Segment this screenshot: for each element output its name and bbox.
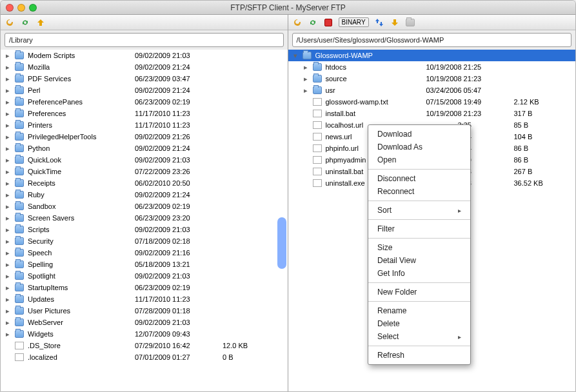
menu-item[interactable]: Disconnect [368,172,470,185]
disclosure-icon[interactable]: ▸ [303,63,309,72]
disclosure-icon[interactable]: ▸ [5,260,11,269]
disclosure-icon[interactable]: ▸ [5,202,11,211]
list-item[interactable]: ▸Widgets12/07/2009 09:43 [1,328,288,340]
disclosure-icon[interactable]: ▸ [5,318,11,327]
menu-item[interactable]: Delete [368,317,470,330]
disclosure-icon[interactable]: ▸ [5,133,11,141]
menu-item[interactable]: Sort [368,204,470,217]
folder-icon [15,202,24,210]
menu-item[interactable]: Size [368,241,470,254]
menu-item[interactable]: Refresh [368,349,470,362]
disclosure-icon[interactable]: ▸ [5,226,11,234]
list-item[interactable]: ▸Preferences11/17/2010 11:23 [1,108,288,119]
list-item[interactable]: ▸Printers11/17/2010 11:23 [1,119,288,131]
file-icon [313,179,322,187]
disclosure-icon[interactable]: ▸ [5,52,11,60]
disclosure-icon[interactable]: ▸ [5,86,11,95]
disclosure-icon[interactable]: ▸ [5,284,11,292]
disclosure-icon[interactable]: ▸ [5,156,11,164]
list-item[interactable]: ▸Spotlight09/02/2009 21:03 [1,270,288,282]
disclosure-icon[interactable]: ▸ [5,63,11,72]
menu-item[interactable]: Open [368,153,470,166]
list-item[interactable]: ▸Ruby09/02/2009 21:24 [1,189,288,201]
menu-separator [368,201,470,201]
menu-item[interactable]: Reconnect [368,185,470,198]
list-item[interactable]: ▸StartupItems06/23/2009 02:19 [1,282,288,293]
list-item[interactable]: ▸source10/19/2008 21:23 [288,73,576,84]
local-path-input[interactable]: /Library [5,33,284,47]
list-item[interactable]: ▸PreferencePanes06/23/2009 02:19 [1,96,288,108]
list-item[interactable]: ▸Modem Scripts09/02/2009 21:03 [1,50,288,61]
list-item[interactable]: ▸QuickTime07/22/2009 23:26 [1,166,288,177]
list-item[interactable]: ▸PDF Services06/23/2009 03:47 [1,73,288,84]
local-file-list[interactable]: ▸Modem Scripts09/02/2009 21:03▸Mozilla09… [1,50,288,391]
item-date: 07/15/2008 19:49 [426,98,510,106]
disclosure-icon[interactable]: ▸ [5,307,11,315]
remote-path-input[interactable]: /Users/user/Sites/glossword/Glossword-WA… [292,33,572,47]
list-item[interactable]: ▸WebServer09/02/2009 21:03 [1,317,288,328]
list-item[interactable]: ▸Updates11/17/2010 11:23 [1,293,288,305]
menu-item[interactable]: Download [368,128,470,141]
list-item[interactable]: ▸Scripts09/02/2009 21:03 [1,224,288,235]
list-item[interactable]: ▸htdocs10/19/2008 21:25 [288,61,576,73]
list-item[interactable]: ▸Python09/02/2009 21:24 [1,142,288,154]
sync-icon[interactable] [308,17,318,28]
list-item[interactable]: ▸Security07/18/2009 02:18 [1,235,288,247]
list-item[interactable]: .localized07/01/2009 01:270 B [1,351,288,363]
disclosure-icon[interactable]: ▸ [303,75,309,83]
zoom-icon[interactable] [29,4,37,12]
folder-icon[interactable] [405,17,415,28]
disclosure-icon[interactable]: ▸ [5,191,11,199]
list-item[interactable]: ▸Screen Savers06/23/2009 23:20 [1,212,288,224]
disclosure-icon[interactable]: ▸ [5,110,11,118]
disclosure-icon[interactable]: ▸ [303,86,309,95]
menu-item[interactable]: Download As [368,141,470,153]
list-item[interactable]: ▸User Pictures07/28/2009 01:18 [1,305,288,317]
close-icon[interactable] [6,4,14,12]
disclosure-icon[interactable]: ▸ [5,295,11,304]
list-item[interactable]: glossword-wamp.txt07/15/2008 19:492.12 K… [288,96,576,108]
list-item[interactable]: install.bat10/19/2008 21:23317 B [288,108,576,119]
sync-icon[interactable] [20,17,30,28]
disclosure-icon[interactable]: ▸ [5,168,11,176]
menu-item[interactable]: Rename [368,304,470,317]
disclosure-icon[interactable]: ▸ [5,179,11,188]
transfer-mode-badge[interactable]: BINARY [339,17,369,27]
download-icon[interactable] [390,17,400,28]
disclosure-icon[interactable]: ▸ [5,272,11,280]
item-name: Glossword-WAMP [315,52,412,59]
titlebar[interactable]: FTP/SFTP Client - MyServer FTP [1,1,575,15]
list-item[interactable]: ▸QuickLook09/02/2009 21:03 [1,154,288,166]
list-item[interactable]: ▸Mozilla09/02/2009 21:24 [1,61,288,73]
list-item[interactable]: ▸PrivilegedHelperTools09/02/2009 21:26 [1,131,288,142]
disclosure-icon[interactable]: ▸ [5,121,11,130]
updown-icon[interactable] [374,17,384,28]
disclosure-icon[interactable]: ▸ [5,249,11,257]
up-icon[interactable] [35,17,46,28]
menu-item[interactable]: New Folder [368,286,470,299]
scrollbar-thumb[interactable] [277,217,286,269]
disclosure-icon[interactable]: ▸ [5,75,11,83]
menu-item[interactable]: Select [368,330,470,343]
disclosure-icon[interactable]: ▸ [5,214,11,222]
list-item[interactable]: ▸Sandbox06/23/2009 02:19 [1,201,288,212]
stop-icon[interactable] [323,17,333,28]
menu-item[interactable]: Detail View [368,254,470,267]
refresh-icon[interactable] [292,17,303,28]
list-item[interactable]: ▸usr03/24/2006 05:47 [288,84,576,96]
list-item[interactable]: ▸Receipts06/02/2010 20:50 [1,177,288,189]
minimize-icon[interactable] [17,4,25,12]
disclosure-icon[interactable]: ▸ [5,237,11,246]
disclosure-icon[interactable]: ▾ [292,52,299,60]
list-item-root[interactable]: ▾Glossword-WAMP [288,50,576,61]
menu-item[interactable]: Get Info [368,267,470,280]
disclosure-icon[interactable]: ▸ [5,330,11,338]
list-item[interactable]: .DS_Store07/29/2010 16:4212.0 KB [1,340,288,351]
list-item[interactable]: ▸Spelling05/18/2009 13:21 [1,259,288,270]
menu-item[interactable]: Filter [368,222,470,235]
disclosure-icon[interactable]: ▸ [5,144,11,153]
list-item[interactable]: ▸Perl09/02/2009 21:24 [1,84,288,96]
list-item[interactable]: ▸Speech09/02/2009 21:16 [1,247,288,259]
disclosure-icon[interactable]: ▸ [5,98,11,106]
refresh-icon[interactable] [5,17,15,28]
